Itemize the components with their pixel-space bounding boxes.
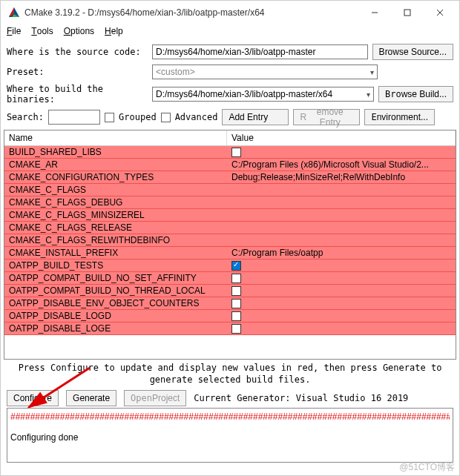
- table-row[interactable]: CMAKE_INSTALL_PREFIXC:/Program Files/oat…: [4, 247, 456, 260]
- table-row[interactable]: CMAKE_C_FLAGS_MINSIZEREL: [4, 209, 456, 222]
- generate-button[interactable]: Generate: [66, 390, 116, 406]
- table-row[interactable]: CMAKE_C_FLAGS_RELEASE: [4, 222, 456, 234]
- log-output[interactable]: ########################################…: [7, 408, 453, 463]
- value-checkbox[interactable]: [231, 261, 241, 271]
- menu-options[interactable]: Options: [64, 26, 94, 36]
- maximize-button[interactable]: [391, 2, 424, 23]
- table-row[interactable]: OATPP_DISABLE_ENV_OBJECT_COUNTERS: [4, 297, 456, 310]
- cache-name: CMAKE_CONFIGURATION_TYPES: [4, 171, 227, 183]
- remove-entry-button: Remove Entry: [293, 109, 360, 125]
- source-input[interactable]: D:/msys64/home/xian-3/lib/oatpp-master: [152, 44, 368, 59]
- table-body[interactable]: BUILD_SHARED_LIBSCMAKE_ARC:/Program File…: [4, 146, 456, 358]
- cache-value[interactable]: [227, 196, 456, 208]
- chevron-down-icon: ▾: [367, 90, 370, 99]
- advanced-label: Advanced: [175, 112, 218, 122]
- svg-rect-4: [404, 10, 410, 16]
- titlebar: CMake 3.19.2 - D:/msys64/home/xian-3/lib…: [1, 1, 459, 24]
- log-hashline: ########################################…: [10, 411, 450, 422]
- cache-name: OATPP_COMPAT_BUILD_NO_THREAD_LOCAL: [4, 285, 227, 297]
- cache-name: CMAKE_C_FLAGS_RELEASE: [4, 222, 227, 234]
- grouped-label: Grouped: [119, 112, 157, 122]
- table-row[interactable]: OATPP_DISABLE_LOGD: [4, 310, 456, 323]
- table-row[interactable]: CMAKE_C_FLAGS: [4, 184, 456, 196]
- menu-tools[interactable]: Tools: [31, 26, 53, 36]
- configure-button[interactable]: Configure: [7, 390, 59, 406]
- col-value[interactable]: Value: [227, 130, 456, 145]
- table-row[interactable]: CMAKE_C_FLAGS_DEBUG: [4, 196, 456, 209]
- cache-name: OATPP_COMPAT_BUILD_NO_SET_AFFINITY: [4, 272, 227, 284]
- cache-value[interactable]: [227, 310, 456, 322]
- search-input[interactable]: [48, 110, 100, 125]
- source-label: Where is the source code:: [7, 47, 148, 57]
- binaries-combo[interactable]: D:/msys64/home/xian-3/lib/oatpp-master/x…: [152, 87, 374, 102]
- grouped-checkbox[interactable]: [105, 113, 114, 122]
- cache-name: OATPP_DISABLE_LOGE: [4, 323, 227, 334]
- value-checkbox[interactable]: [231, 311, 241, 321]
- cache-value[interactable]: [227, 285, 456, 297]
- value-checkbox[interactable]: [231, 299, 241, 308]
- cache-value[interactable]: [227, 184, 456, 196]
- cache-name: OATPP_DISABLE_ENV_OBJECT_COUNTERS: [4, 297, 227, 309]
- cache-name: OATPP_DISABLE_LOGD: [4, 310, 227, 322]
- cmake-icon: [8, 7, 20, 19]
- table-row[interactable]: OATPP_BUILD_TESTS: [4, 260, 456, 272]
- close-button[interactable]: [424, 2, 456, 23]
- window-title: CMake 3.19.2 - D:/msys64/home/xian-3/lib…: [24, 7, 358, 18]
- cache-value[interactable]: [227, 209, 456, 221]
- table-row[interactable]: CMAKE_CONFIGURATION_TYPESDebug;Release;M…: [4, 171, 456, 184]
- cache-value[interactable]: [227, 146, 456, 158]
- chevron-down-icon: ▾: [370, 68, 374, 76]
- cache-value[interactable]: [227, 222, 456, 234]
- cache-name: OATPP_BUILD_TESTS: [4, 260, 227, 271]
- add-entry-button[interactable]: Add Entry: [222, 109, 289, 125]
- value-checkbox[interactable]: [231, 148, 241, 157]
- menubar: File Tools Options Help: [1, 24, 459, 39]
- current-generator: Current Generator: Visual Studio 16 2019: [194, 393, 408, 403]
- value-checkbox[interactable]: [231, 286, 241, 296]
- preset-combo[interactable]: <custom>▾: [152, 65, 378, 79]
- cache-name: CMAKE_C_FLAGS_DEBUG: [4, 196, 227, 208]
- cache-value[interactable]: [227, 234, 456, 246]
- cache-value[interactable]: C:/Program Files (x86)/Microsoft Visual …: [227, 159, 456, 171]
- watermark: @51CTO博客: [399, 461, 455, 474]
- table-row[interactable]: BUILD_SHARED_LIBS: [4, 146, 456, 159]
- table-row[interactable]: OATPP_COMPAT_BUILD_NO_SET_AFFINITY: [4, 272, 456, 285]
- preset-label: Preset:: [7, 67, 148, 77]
- hint-text: Press Configure to update and display ne…: [1, 360, 459, 389]
- cache-name: BUILD_SHARED_LIBS: [4, 146, 227, 158]
- table-row[interactable]: CMAKE_C_FLAGS_RELWITHDEBINFO: [4, 234, 456, 247]
- value-checkbox[interactable]: [231, 274, 241, 283]
- cache-name: CMAKE_INSTALL_PREFIX: [4, 247, 227, 259]
- cache-value[interactable]: [227, 323, 456, 334]
- search-label: Search:: [7, 112, 44, 122]
- browse-build-button[interactable]: Browse Build...: [378, 86, 453, 102]
- table-row[interactable]: CMAKE_ARC:/Program Files (x86)/Microsoft…: [4, 159, 456, 171]
- table-row[interactable]: OATPP_DISABLE_LOGE: [4, 323, 456, 335]
- cache-value[interactable]: [227, 260, 456, 271]
- minimize-button[interactable]: [358, 2, 391, 23]
- value-checkbox[interactable]: [231, 324, 241, 334]
- cache-value[interactable]: [227, 272, 456, 284]
- environment-button[interactable]: Environment...: [364, 109, 435, 125]
- cache-name: CMAKE_C_FLAGS: [4, 184, 227, 196]
- cache-value[interactable]: [227, 297, 456, 309]
- binaries-label: Where to build the binaries:: [7, 84, 148, 105]
- cache-value[interactable]: Debug;Release;MinSizeRel;RelWithDebInfo: [227, 171, 456, 183]
- cache-value[interactable]: C:/Program Files/oatpp: [227, 247, 456, 259]
- cache-name: CMAKE_AR: [4, 159, 227, 171]
- advanced-checkbox[interactable]: [161, 113, 171, 122]
- browse-source-button[interactable]: Browse Source...: [372, 44, 453, 60]
- cache-name: CMAKE_C_FLAGS_RELWITHDEBINFO: [4, 234, 227, 246]
- menu-file[interactable]: File: [7, 26, 21, 36]
- table-row[interactable]: OATPP_COMPAT_BUILD_NO_THREAD_LOCAL: [4, 285, 456, 297]
- cache-name: CMAKE_C_FLAGS_MINSIZEREL: [4, 209, 227, 221]
- open-project-button: Open Project: [124, 390, 186, 406]
- menu-help[interactable]: Help: [105, 26, 123, 36]
- col-name[interactable]: Name: [4, 130, 227, 145]
- log-status: Configuring done: [10, 432, 450, 443]
- cache-table: Name Value BUILD_SHARED_LIBSCMAKE_ARC:/P…: [4, 130, 456, 360]
